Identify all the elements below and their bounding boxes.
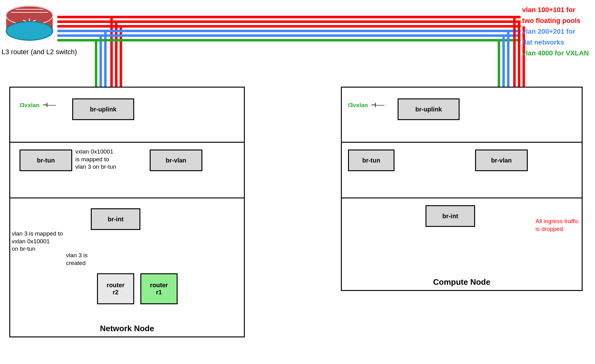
legend-item-blue1: vlan 200+201 for	[522, 26, 589, 37]
router-icon	[3, 3, 56, 43]
nn-vxlan-annotation: vxlan 0x10001 is mapped to vlan 3 on br-…	[75, 148, 116, 171]
cn-ingress-annotation: All ingress traffic is dropped	[536, 218, 579, 233]
nn-vlan-created-annotation: vlan 3 is created	[66, 252, 88, 267]
network-node-title-text: Network Node	[100, 324, 154, 333]
nn-br-int-label: br-int	[108, 216, 123, 223]
cn-br-uplink-label: br-uplink	[415, 106, 442, 113]
compute-node-title: Compute Node	[342, 277, 582, 287]
cn-br-int: br-int	[425, 205, 475, 227]
cn-br-int-label: br-int	[442, 213, 458, 220]
network-node-box: br-uplink br-tun br-vlan br-int l3vxlan …	[9, 87, 245, 337]
cn-separator-1	[342, 142, 582, 143]
svg-point-68	[6, 22, 53, 40]
cn-br-vlan-label: br-vlan	[491, 157, 512, 164]
nn-router-r1-label: routerr1	[150, 282, 168, 296]
cn-l3vxlan-label: l3vxlan ⊣──	[348, 102, 385, 109]
legend-item-red1: vlan 100+101 for	[522, 5, 589, 15]
nn-br-tun-label: br-tun	[37, 157, 55, 164]
router-label-text: L3 router (and L2 switch)	[2, 48, 77, 56]
cn-ingress-text: All ingress traffic is dropped	[536, 218, 579, 232]
network-node-title: Network Node	[10, 324, 244, 333]
legend-text-red1: vlan 100+101 for	[522, 5, 575, 15]
cn-br-tun: br-tun	[348, 150, 394, 171]
nn-vlan-mapped-annotation: vlan 3 is mapped to vxlan 0x10001 on br-…	[12, 230, 63, 253]
nn-br-int: br-int	[91, 208, 140, 230]
legend-text-blue2: flat networks	[522, 37, 564, 47]
nn-vlan-mapped-text: vlan 3 is mapped to vxlan 0x10001 on br-…	[12, 230, 63, 252]
nn-l3vxlan-text: l3vxlan	[20, 102, 39, 108]
legend-item-red2: two floating pools	[522, 15, 589, 26]
nn-br-uplink-label: br-uplink	[90, 106, 117, 113]
compute-node-box: br-uplink br-tun br-vlan br-int l3vxlan …	[341, 87, 583, 291]
legend-text-red2: two floating pools	[522, 15, 580, 26]
legend-item-green: vlan 4000 for VXLAN	[522, 48, 589, 58]
compute-node-title-text: Compute Node	[433, 277, 491, 287]
cn-l3vxlan-dash: ⊣──	[371, 102, 385, 108]
router-label: L3 router (and L2 switch)	[2, 48, 77, 56]
nn-br-tun: br-tun	[20, 150, 72, 171]
cn-br-tun-label: br-tun	[362, 157, 380, 164]
nn-vxlan-annotation-text: vxlan 0x10001 is mapped to vlan 3 on br-…	[75, 148, 116, 170]
nn-separator-2	[10, 197, 244, 198]
main-canvas: L3 router (and L2 switch) vlan 100+101 f…	[0, 0, 595, 364]
legend-item-blue2: flat networks	[522, 37, 589, 47]
cn-l3vxlan-text: l3vxlan	[348, 102, 368, 108]
legend-text-green: vlan 4000 for VXLAN	[522, 48, 589, 58]
cn-br-uplink: br-uplink	[398, 98, 460, 120]
nn-br-vlan: br-vlan	[150, 150, 202, 171]
legend-text-blue1: vlan 200+201 for	[522, 26, 575, 37]
nn-separator-1	[10, 142, 244, 143]
nn-vlan-created-text: vlan 3 is created	[66, 252, 88, 266]
nn-router-r1: routerr1	[140, 273, 178, 304]
legend: vlan 100+101 for two floating pools vlan…	[522, 5, 589, 59]
nn-l3vxlan-dash: ⊣──	[42, 102, 56, 108]
nn-l3vxlan-label: l3vxlan ⊣──	[20, 102, 56, 109]
cn-br-vlan: br-vlan	[475, 150, 528, 171]
nn-br-vlan-label: br-vlan	[166, 157, 187, 164]
cn-separator-2	[342, 197, 582, 198]
nn-router-r2: routerr2	[97, 273, 134, 304]
nn-router-r2-label: routerr2	[107, 282, 125, 296]
nn-br-uplink: br-uplink	[72, 98, 134, 120]
